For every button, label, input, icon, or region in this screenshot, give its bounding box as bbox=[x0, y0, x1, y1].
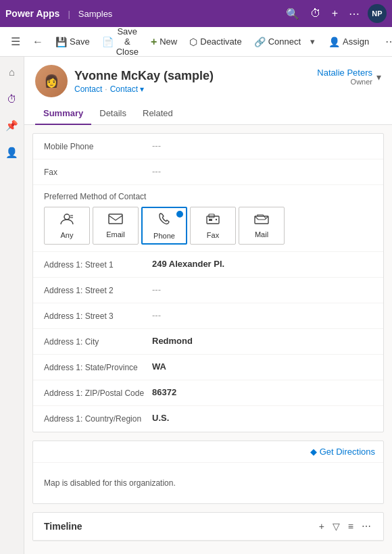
owner-chevron-icon[interactable]: ▾ bbox=[376, 72, 381, 82]
contact-header: 👩 Yvonne McKay (sample) Contact · Contac… bbox=[24, 57, 392, 97]
avatar-image: 👩 bbox=[35, 65, 68, 97]
map-section: ◆ Get Directions Map is disabled for thi… bbox=[32, 440, 384, 504]
city-label: Address 1: City bbox=[44, 336, 152, 347]
new-button[interactable]: + New bbox=[145, 32, 182, 52]
get-directions-button[interactable]: ◆ Get Directions bbox=[310, 447, 375, 457]
save-close-button[interactable]: 📄 Save & Close bbox=[97, 22, 144, 61]
sidebar-home-icon[interactable]: ⌂ bbox=[3, 62, 22, 81]
avatar: 👩 bbox=[35, 65, 68, 97]
street1-value[interactable]: 249 Alexander Pl. bbox=[152, 259, 372, 269]
email-label: Email bbox=[106, 230, 125, 238]
contact-method-any[interactable]: Any bbox=[44, 207, 90, 245]
tab-related[interactable]: Related bbox=[134, 103, 181, 125]
assign-icon: 👤 bbox=[328, 36, 340, 47]
contact-method-phone[interactable]: Phone bbox=[141, 207, 187, 245]
user-avatar[interactable]: NP bbox=[368, 4, 387, 23]
contact-name: Yvonne McKay (sample) bbox=[74, 69, 214, 83]
recent-icon[interactable]: ⏱ bbox=[308, 5, 324, 22]
preferred-contact-row: Preferred Method of Contact bbox=[33, 185, 383, 252]
back-button[interactable]: ← bbox=[27, 32, 49, 52]
svg-rect-6 bbox=[209, 219, 212, 221]
save-button[interactable]: 💾 Save bbox=[50, 32, 95, 51]
connect-icon: 🔗 bbox=[254, 36, 266, 47]
phone-label: Phone bbox=[153, 232, 175, 240]
zip-row: Address 1: ZIP/Postal Code 86372 bbox=[33, 380, 383, 406]
deactivate-button[interactable]: ⬡ Deactivate bbox=[184, 32, 247, 51]
timeline-actions: + ▽ ≡ ⋯ bbox=[318, 520, 372, 533]
street1-row: Address 1: Street 1 249 Alexander Pl. bbox=[33, 252, 383, 278]
app-name: Power Apps bbox=[5, 8, 59, 19]
contact-method-email[interactable]: Email bbox=[93, 207, 139, 245]
top-nav: Power Apps | Samples 🔍 ⏱ + ⋯ NP bbox=[0, 0, 392, 27]
timeline-title: Timeline bbox=[44, 521, 318, 532]
owner-info: Natalie Peters Owner bbox=[317, 68, 372, 86]
tabs-bar: Summary Details Related bbox=[24, 97, 392, 125]
contact-method-mail[interactable]: Mail bbox=[239, 207, 285, 245]
fax-row: Fax --- bbox=[33, 159, 383, 185]
form-area: Mobile Phone --- Fax --- Preferred Metho… bbox=[24, 125, 392, 554]
city-row: Address 1: City Redmond bbox=[33, 329, 383, 355]
assign-button[interactable]: 👤 Assign bbox=[323, 32, 374, 51]
owner-label: Owner bbox=[317, 78, 372, 86]
more-commands-button[interactable]: ⋯ bbox=[380, 31, 392, 52]
tab-summary[interactable]: Summary bbox=[35, 103, 91, 125]
zip-value[interactable]: 86372 bbox=[152, 387, 372, 397]
timeline-more-icon[interactable]: ⋯ bbox=[360, 520, 372, 533]
svg-point-0 bbox=[64, 214, 70, 220]
country-row: Address 1: Country/Region U.S. bbox=[33, 406, 383, 432]
command-bar: ☰ ← 💾 Save 📄 Save & Close + New ⬡ Deacti… bbox=[0, 27, 392, 57]
connect-button[interactable]: 🔗 Connect bbox=[249, 32, 306, 51]
breadcrumb-contact-parent[interactable]: Contact ▾ bbox=[110, 84, 145, 94]
contact-method-fax[interactable]: Fax bbox=[190, 207, 236, 245]
left-sidebar: ⌂ ⏱ 📌 👤 bbox=[0, 57, 24, 554]
mobile-phone-row: Mobile Phone --- bbox=[33, 134, 383, 159]
main-layout: ⌂ ⏱ 📌 👤 👩 Yvonne McKay (sample) Contact … bbox=[0, 57, 392, 554]
breadcrumb: Contact · Contact ▾ bbox=[74, 84, 214, 94]
any-label: Any bbox=[61, 231, 74, 239]
contact-method-options: Any Email bbox=[44, 207, 372, 245]
street2-label: Address 1: Street 2 bbox=[44, 284, 152, 295]
deactivate-icon: ⬡ bbox=[189, 36, 197, 47]
mobile-phone-label: Mobile Phone bbox=[44, 141, 152, 151]
contact-form-section: Mobile Phone --- Fax --- Preferred Metho… bbox=[32, 133, 384, 432]
street2-value[interactable]: --- bbox=[152, 284, 372, 295]
connect-chevron-button[interactable]: ▾ bbox=[308, 32, 318, 51]
fax-method-icon bbox=[205, 213, 220, 228]
preferred-contact-label: Preferred Method of Contact bbox=[44, 192, 372, 201]
street3-label: Address 1: Street 3 bbox=[44, 310, 152, 321]
owner-name[interactable]: Natalie Peters bbox=[317, 68, 372, 78]
fax-value[interactable]: --- bbox=[152, 166, 372, 176]
email-method-icon bbox=[108, 213, 123, 228]
svg-rect-3 bbox=[109, 214, 122, 224]
directions-icon: ◆ bbox=[310, 447, 317, 457]
hamburger-menu-button[interactable]: ☰ bbox=[5, 31, 26, 52]
fax-label: Fax bbox=[44, 166, 152, 177]
street3-value[interactable]: --- bbox=[152, 310, 372, 320]
breadcrumb-contact-type[interactable]: Contact bbox=[74, 84, 102, 94]
more-nav-icon[interactable]: ⋯ bbox=[346, 5, 362, 23]
contact-left: 👩 Yvonne McKay (sample) Contact · Contac… bbox=[35, 65, 214, 97]
city-value[interactable]: Redmond bbox=[152, 336, 372, 346]
nav-divider: | bbox=[68, 9, 70, 19]
mobile-phone-value[interactable]: --- bbox=[152, 141, 372, 151]
timeline-section: Timeline + ▽ ≡ ⋯ bbox=[32, 512, 384, 541]
timeline-filter-icon[interactable]: ▽ bbox=[331, 520, 341, 533]
new-icon[interactable]: + bbox=[329, 5, 341, 22]
country-value[interactable]: U.S. bbox=[152, 413, 372, 423]
timeline-add-icon[interactable]: + bbox=[318, 520, 326, 533]
contact-right: Natalie Peters Owner ▾ bbox=[317, 68, 381, 86]
timeline-sort-icon[interactable]: ≡ bbox=[347, 520, 355, 533]
contact-info: Yvonne McKay (sample) Contact · Contact … bbox=[74, 69, 214, 94]
main-content: 👩 Yvonne McKay (sample) Contact · Contac… bbox=[24, 57, 392, 554]
sidebar-pinned-icon[interactable]: 📌 bbox=[3, 116, 22, 135]
sidebar-user-icon[interactable]: 👤 bbox=[3, 143, 22, 162]
mail-method-icon bbox=[254, 213, 269, 228]
map-header: ◆ Get Directions bbox=[33, 441, 383, 463]
sidebar-recent-icon[interactable]: ⏱ bbox=[3, 89, 22, 108]
breadcrumb-separator: · bbox=[105, 84, 107, 94]
country-label: Address 1: Country/Region bbox=[44, 413, 152, 424]
state-value[interactable]: WA bbox=[152, 361, 372, 372]
tab-details[interactable]: Details bbox=[91, 103, 134, 125]
search-icon[interactable]: 🔍 bbox=[283, 5, 302, 23]
fax-method-label: Fax bbox=[207, 231, 219, 239]
